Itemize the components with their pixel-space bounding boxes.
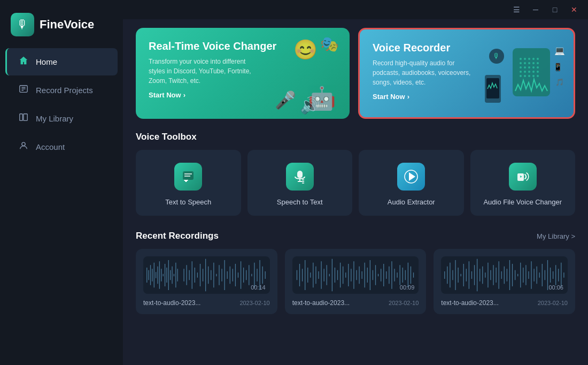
svg-point-24 (524, 71, 526, 73)
sidebar-item-account-label: Account (36, 142, 65, 151)
banner-voice-recorder-link[interactable]: Start Now › (373, 93, 409, 101)
recording-3-duration: 00:06 (548, 284, 563, 291)
sidebar-item-record-projects[interactable]: Record Projects (5, 77, 118, 104)
waveform-2: 00:09 (292, 256, 419, 294)
svg-point-10 (528, 58, 530, 60)
recording-card-1[interactable]: 00:14 text-to-audio-2023... 2023-02-10 (136, 249, 277, 314)
sidebar: 🎙 FineVoice Home Record Projects (0, 0, 123, 365)
tool-text-to-speech[interactable]: Text to Speech (136, 150, 241, 216)
svg-point-17 (537, 62, 539, 64)
banner-voice-changer[interactable]: Real-Time Voice Changer Transform your v… (136, 28, 350, 119)
svg-point-13 (520, 62, 522, 64)
toolbox-grid: Text to Speech Speech to Text (136, 150, 575, 216)
svg-point-29 (524, 75, 526, 77)
svg-rect-5 (24, 114, 27, 121)
recording-3-meta: text-to-audio-2023... 2023-02-10 (441, 299, 568, 307)
recording-card-2[interactable]: 00:09 text-to-audio-2023... 2023-02-10 (285, 249, 427, 314)
banner-voice-changer-title: Real-Time Voice Changer (149, 40, 337, 52)
svg-point-16 (532, 62, 535, 64)
tool-speech-to-text[interactable]: Speech to Text (247, 150, 353, 216)
sidebar-item-home[interactable]: Home (5, 48, 118, 75)
svg-point-31 (532, 75, 535, 77)
svg-point-11 (532, 58, 535, 60)
recording-1-date: 2023-02-10 (239, 300, 269, 306)
banner-voice-changer-desc: Transform your voice into different styl… (149, 57, 256, 86)
recording-2-date: 2023-02-10 (389, 300, 419, 306)
recordings-grid: 00:14 text-to-audio-2023... 2023-02-10 (136, 249, 575, 314)
audio-extractor-label: Audio Extractor (388, 198, 435, 206)
svg-point-8 (520, 58, 522, 60)
svg-point-32 (537, 75, 539, 77)
sidebar-item-account[interactable]: Account (5, 133, 118, 161)
sidebar-item-my-library[interactable]: My Library (5, 105, 118, 132)
svg-point-18 (520, 66, 522, 69)
svg-point-14 (524, 62, 526, 64)
waveform-3: 00:06 (441, 256, 568, 294)
svg-text:📱: 📱 (553, 63, 563, 72)
svg-point-19 (524, 66, 526, 69)
app-name: FineVoice (40, 18, 94, 32)
waveform-1: 00:14 (143, 256, 270, 294)
my-library-icon (18, 112, 29, 125)
recent-recordings-title: Recent Recordings (136, 231, 219, 241)
recent-recordings-header: Recent Recordings My Library > (136, 231, 575, 241)
audio-file-voice-changer-label: Audio File Voice Changer (483, 198, 562, 206)
sidebar-item-home-label: Home (36, 57, 57, 66)
svg-text:💻: 💻 (554, 45, 565, 56)
recording-2-meta: text-to-audio-2023... 2023-02-10 (292, 299, 419, 307)
svg-text:🎵: 🎵 (555, 78, 564, 87)
svg-point-28 (520, 75, 522, 77)
svg-rect-4 (20, 114, 22, 121)
recording-1-duration: 00:14 (251, 284, 266, 291)
recorder-illustration: 🎙 💻 📱 🎵 (481, 35, 566, 115)
recording-2-name: text-to-audio-2023... (292, 299, 350, 307)
toolbox-title: Voice Toolbox (136, 132, 575, 142)
main-content: ☰ ─ □ ✕ Real-Time Voice Changer Transfor… (123, 0, 588, 365)
banner-voice-changer-content: Real-Time Voice Changer Transform your v… (149, 40, 337, 100)
svg-point-20 (528, 66, 530, 69)
speech-to-text-label: Speech to Text (277, 198, 323, 206)
audio-file-voice-changer-icon-wrap (509, 163, 537, 191)
svg-rect-43 (297, 171, 303, 178)
svg-point-21 (532, 66, 535, 69)
tool-audio-extractor[interactable]: Audio Extractor (359, 150, 464, 216)
audio-extractor-icon-wrap (397, 163, 425, 191)
home-icon (18, 56, 29, 68)
svg-marker-49 (409, 172, 415, 181)
banner-voice-changer-link[interactable]: Start Now › (149, 91, 185, 99)
svg-text:🎙: 🎙 (493, 52, 500, 60)
recording-1-name: text-to-audio-2023... (143, 299, 200, 307)
svg-point-30 (528, 75, 530, 77)
banner-voice-recorder-desc: Record high-quality audio for podcasts, … (373, 58, 479, 87)
svg-point-12 (537, 58, 539, 60)
svg-point-27 (537, 71, 539, 73)
close-button[interactable]: ✕ (569, 5, 579, 14)
recording-3-name: text-to-audio-2023... (441, 299, 498, 307)
menu-button[interactable]: ☰ (511, 5, 522, 14)
sidebar-item-my-library-label: My Library (36, 114, 73, 123)
svg-point-9 (524, 58, 526, 60)
minimize-button[interactable]: ─ (530, 5, 541, 14)
svg-point-6 (22, 142, 25, 146)
app-logo-icon: 🎙 (11, 13, 34, 36)
titlebar: ☰ ─ □ ✕ (123, 0, 588, 19)
svg-point-26 (532, 71, 535, 73)
recording-1-meta: text-to-audio-2023... 2023-02-10 (143, 299, 270, 307)
svg-rect-36 (486, 78, 499, 98)
banner-row: Real-Time Voice Changer Transform your v… (136, 28, 575, 119)
svg-point-15 (528, 62, 530, 64)
recording-3-date: 2023-02-10 (538, 300, 568, 306)
banner-voice-recorder[interactable]: Voice Recorder Record high-quality audio… (358, 28, 575, 119)
sidebar-nav: Home Record Projects My Library (0, 47, 123, 162)
recording-2-duration: 00:09 (400, 284, 415, 291)
text-to-speech-icon-wrap (174, 163, 202, 191)
svg-point-22 (537, 66, 539, 69)
my-library-link[interactable]: My Library > (537, 232, 575, 240)
svg-rect-40 (183, 171, 194, 180)
logo-area: 🎙 FineVoice (0, 5, 123, 47)
maximize-button[interactable]: □ (550, 5, 560, 14)
recording-card-3[interactable]: 00:06 text-to-audio-2023... 2023-02-10 (434, 249, 575, 314)
sidebar-item-record-projects-label: Record Projects (36, 86, 93, 95)
content-area: Real-Time Voice Changer Transform your v… (123, 19, 588, 327)
tool-audio-file-voice-changer[interactable]: Audio File Voice Changer (470, 150, 576, 216)
